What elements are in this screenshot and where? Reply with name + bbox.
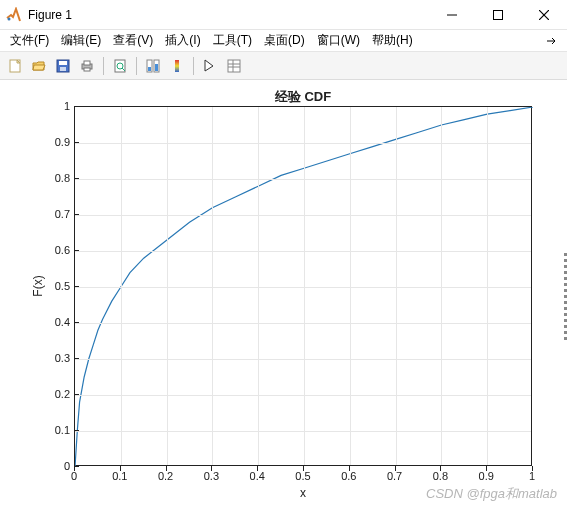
toolbar-separator bbox=[103, 57, 104, 75]
svg-rect-20 bbox=[175, 60, 179, 72]
svg-rect-3 bbox=[494, 10, 503, 19]
y-axis-label: F(x) bbox=[28, 106, 48, 466]
x-tick-label: 0.8 bbox=[433, 470, 448, 482]
grid-line bbox=[75, 395, 531, 396]
menu-window[interactable]: 窗口(W) bbox=[311, 30, 366, 51]
menu-view[interactable]: 查看(V) bbox=[107, 30, 159, 51]
maximize-button[interactable] bbox=[475, 0, 521, 30]
grid-line bbox=[167, 107, 168, 465]
grid-line bbox=[396, 107, 397, 465]
svg-rect-9 bbox=[60, 67, 66, 71]
tick-mark bbox=[74, 286, 79, 287]
y-tick-label: 0 bbox=[64, 460, 70, 472]
grid-line bbox=[75, 431, 531, 432]
x-tick-label: 0.3 bbox=[204, 470, 219, 482]
grid-line bbox=[212, 107, 213, 465]
x-tick-label: 0.9 bbox=[479, 470, 494, 482]
grid-line bbox=[75, 215, 531, 216]
tick-mark bbox=[74, 466, 79, 467]
menu-insert[interactable]: 插入(I) bbox=[159, 30, 206, 51]
grid-line bbox=[258, 107, 259, 465]
y-tick-label: 0.6 bbox=[55, 244, 70, 256]
tick-mark bbox=[74, 214, 79, 215]
x-axis-label: x bbox=[74, 486, 532, 500]
new-figure-button[interactable] bbox=[4, 55, 26, 77]
dock-button[interactable] bbox=[541, 32, 563, 50]
toolbar-separator bbox=[136, 57, 137, 75]
x-tick-label: 0.6 bbox=[341, 470, 356, 482]
figure-area: 经验 CDF F(x) x 00.10.20.30.40.50.60.70.80… bbox=[0, 80, 567, 509]
y-tick-label: 0.1 bbox=[55, 424, 70, 436]
print-preview-button[interactable] bbox=[109, 55, 131, 77]
grid-line bbox=[75, 287, 531, 288]
tick-mark bbox=[74, 142, 79, 143]
grid-line bbox=[304, 107, 305, 465]
tick-mark bbox=[74, 178, 79, 179]
grid-line bbox=[487, 107, 488, 465]
window-title: Figure 1 bbox=[28, 8, 429, 22]
menu-help[interactable]: 帮助(H) bbox=[366, 30, 419, 51]
colorbar-button[interactable] bbox=[166, 55, 188, 77]
grid-line bbox=[75, 323, 531, 324]
titlebar: Figure 1 bbox=[0, 0, 567, 30]
property-inspector-button[interactable] bbox=[223, 55, 245, 77]
matlab-icon bbox=[6, 7, 22, 23]
grid-line bbox=[75, 359, 531, 360]
window-controls bbox=[429, 0, 567, 30]
x-tick-label: 0.1 bbox=[112, 470, 127, 482]
svg-point-1 bbox=[8, 17, 11, 20]
grid-line bbox=[441, 107, 442, 465]
edit-plot-button[interactable] bbox=[199, 55, 221, 77]
svg-rect-11 bbox=[84, 61, 90, 65]
y-tick-label: 0.2 bbox=[55, 388, 70, 400]
svg-rect-21 bbox=[228, 60, 240, 72]
link-plot-button[interactable] bbox=[142, 55, 164, 77]
tick-mark bbox=[74, 394, 79, 395]
svg-rect-18 bbox=[148, 67, 151, 71]
x-tick-label: 1 bbox=[529, 470, 535, 482]
svg-rect-8 bbox=[59, 61, 67, 65]
y-tick-label: 0.8 bbox=[55, 172, 70, 184]
tick-mark bbox=[74, 322, 79, 323]
svg-rect-12 bbox=[84, 68, 90, 71]
y-tick-label: 0.9 bbox=[55, 136, 70, 148]
tick-mark bbox=[74, 358, 79, 359]
y-tick-label: 1 bbox=[64, 100, 70, 112]
y-tick-label: 0.4 bbox=[55, 316, 70, 328]
open-button[interactable] bbox=[28, 55, 50, 77]
toolbar bbox=[0, 52, 567, 80]
x-tick-label: 0.5 bbox=[295, 470, 310, 482]
grid-line bbox=[350, 107, 351, 465]
x-tick-label: 0.2 bbox=[158, 470, 173, 482]
print-button[interactable] bbox=[76, 55, 98, 77]
x-tick-label: 0.7 bbox=[387, 470, 402, 482]
x-tick-label: 0.4 bbox=[250, 470, 265, 482]
tick-mark bbox=[74, 106, 79, 107]
svg-rect-19 bbox=[155, 64, 158, 71]
y-tick-label: 0.7 bbox=[55, 208, 70, 220]
menu-edit[interactable]: 编辑(E) bbox=[55, 30, 107, 51]
grid-line bbox=[121, 107, 122, 465]
plot-axes[interactable] bbox=[74, 106, 532, 466]
chart-title: 经验 CDF bbox=[74, 88, 532, 106]
grid-line bbox=[75, 143, 531, 144]
y-tick-label: 0.5 bbox=[55, 280, 70, 292]
menubar: 文件(F) 编辑(E) 查看(V) 插入(I) 工具(T) 桌面(D) 窗口(W… bbox=[0, 30, 567, 52]
menu-desktop[interactable]: 桌面(D) bbox=[258, 30, 311, 51]
grid-line bbox=[75, 179, 531, 180]
grid-line bbox=[75, 251, 531, 252]
close-button[interactable] bbox=[521, 0, 567, 30]
y-tick-label: 0.3 bbox=[55, 352, 70, 364]
menu-file[interactable]: 文件(F) bbox=[4, 30, 55, 51]
toolbar-separator bbox=[193, 57, 194, 75]
tick-mark bbox=[74, 250, 79, 251]
x-tick-label: 0 bbox=[71, 470, 77, 482]
minimize-button[interactable] bbox=[429, 0, 475, 30]
menu-tools[interactable]: 工具(T) bbox=[207, 30, 258, 51]
save-button[interactable] bbox=[52, 55, 74, 77]
tick-mark bbox=[74, 430, 79, 431]
